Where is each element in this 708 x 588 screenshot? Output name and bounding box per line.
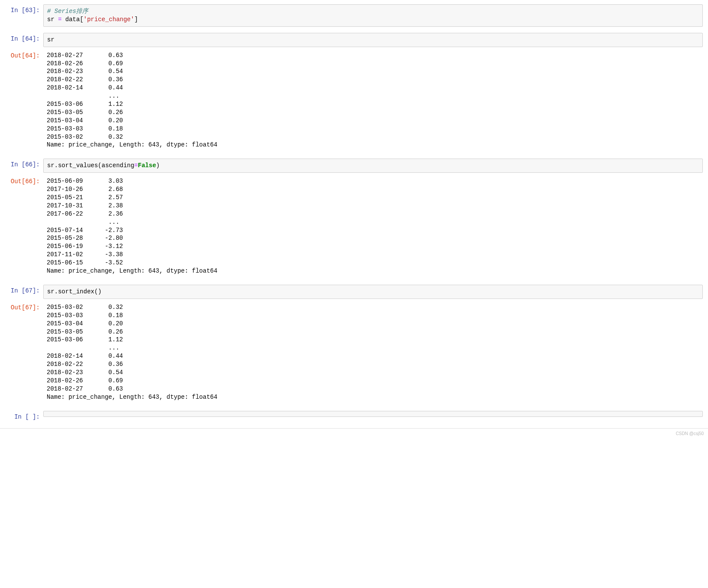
in-prompt: In [66]:	[5, 159, 43, 168]
cell-output: 2018-02-27 0.63 2018-02-26 0.69 2018-02-…	[43, 50, 703, 153]
out-prompt: Out[64]:	[5, 50, 43, 59]
code-input[interactable]: sr.sort_index()	[43, 285, 703, 299]
cell-empty: In [ ]:	[5, 411, 703, 420]
in-prompt: In [ ]:	[5, 411, 43, 420]
watermark: CSDN @csj50	[0, 428, 708, 438]
code-input[interactable]	[43, 411, 703, 417]
in-prompt: In [64]:	[5, 33, 43, 42]
cell-64: In [64]: sr Out[64]: 2018-02-27 0.63 201…	[5, 33, 703, 153]
cell-67: In [67]: sr.sort_index() Out[67]: 2015-0…	[5, 285, 703, 405]
cell-63: In [63]: # Series排序 sr = data['price_cha…	[5, 4, 703, 27]
out-prompt: Out[67]:	[5, 302, 43, 311]
cell-66: In [66]: sr.sort_values(ascending=False)…	[5, 159, 703, 279]
code-input[interactable]: sr	[43, 33, 703, 47]
in-prompt: In [63]:	[5, 4, 43, 14]
cell-output: 2015-03-02 0.32 2015-03-03 0.18 2015-03-…	[43, 302, 703, 405]
notebook: In [63]: # Series排序 sr = data['price_cha…	[0, 0, 708, 428]
in-prompt: In [67]:	[5, 285, 43, 294]
code-input[interactable]: sr.sort_values(ascending=False)	[43, 159, 703, 173]
cell-output: 2015-06-09 3.03 2017-10-26 2.68 2015-05-…	[43, 175, 703, 279]
code-input[interactable]: # Series排序 sr = data['price_change']	[43, 4, 703, 27]
out-prompt: Out[66]:	[5, 175, 43, 185]
